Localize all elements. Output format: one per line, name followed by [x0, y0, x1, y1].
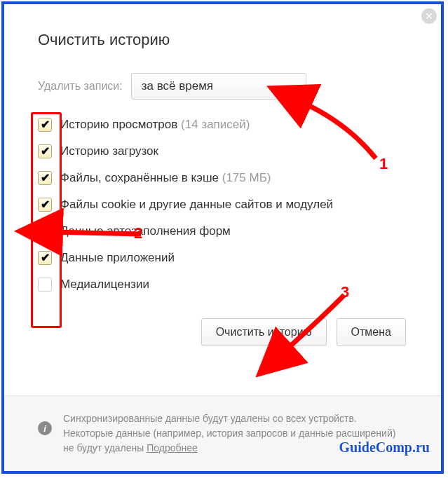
- time-range-value: за всё время: [142, 79, 213, 93]
- time-range-select[interactable]: за всё время ⌄: [131, 73, 306, 100]
- annotation-number-2: 2: [134, 224, 142, 243]
- checkbox-autofill[interactable]: [38, 224, 52, 238]
- cancel-button[interactable]: Отмена: [337, 318, 406, 346]
- time-range-label: Удалить записи:: [38, 80, 123, 93]
- checkbox-app-data[interactable]: ✔: [38, 251, 52, 265]
- info-icon: i: [38, 421, 52, 435]
- checkbox-label: Данные автозаполнения форм: [60, 224, 231, 238]
- checkbox-row-app-data: ✔ Данные приложений: [38, 251, 407, 265]
- checkbox-row-download-history: ✔ Историю загрузок: [38, 144, 407, 158]
- checkbox-label: Историю просмотров (14 записей): [60, 118, 250, 132]
- checkbox-label: Медиалицензии: [60, 278, 149, 292]
- checkbox-label: Историю загрузок: [60, 144, 158, 158]
- checkbox-cached-files[interactable]: ✔: [38, 171, 52, 185]
- checkbox-label: Данные приложений: [60, 251, 175, 265]
- checkbox-row-browsing-history: ✔ Историю просмотров (14 записей): [38, 118, 407, 132]
- checkbox-cookies[interactable]: ✔: [38, 198, 52, 212]
- checkbox-list: ✔ Историю просмотров (14 записей) ✔ Исто…: [38, 118, 407, 292]
- close-icon: ✕: [425, 11, 433, 22]
- close-button[interactable]: ✕: [421, 8, 437, 24]
- dialog-title: Очистить историю: [38, 31, 407, 49]
- footer-learn-more-link[interactable]: Подробнее: [147, 442, 198, 453]
- checkbox-label: Файлы, сохранённые в кэше (175 МБ): [60, 171, 271, 185]
- annotation-number-3: 3: [341, 283, 349, 301]
- checkbox-media-licenses[interactable]: [38, 278, 52, 292]
- watermark: GuideComp.ru: [339, 439, 430, 456]
- chevron-down-icon: ⌄: [289, 81, 296, 91]
- checkbox-download-history[interactable]: ✔: [38, 144, 52, 158]
- checkbox-browsing-history[interactable]: ✔: [38, 118, 52, 132]
- annotation-number-1: 1: [379, 155, 388, 173]
- clear-history-button[interactable]: Очистить историю: [201, 318, 327, 346]
- checkbox-row-cached-files: ✔ Файлы, сохранённые в кэше (175 МБ): [38, 171, 407, 185]
- checkbox-row-cookies: ✔ Файлы cookie и другие данные сайтов и …: [38, 198, 407, 212]
- footer-note: i Синхронизированные данные будут удален…: [4, 395, 441, 471]
- checkbox-row-autofill: Данные автозаполнения форм: [38, 224, 407, 238]
- checkbox-label: Файлы cookie и другие данные сайтов и мо…: [60, 198, 333, 212]
- checkbox-row-media-licenses: Медиалицензии: [38, 278, 407, 292]
